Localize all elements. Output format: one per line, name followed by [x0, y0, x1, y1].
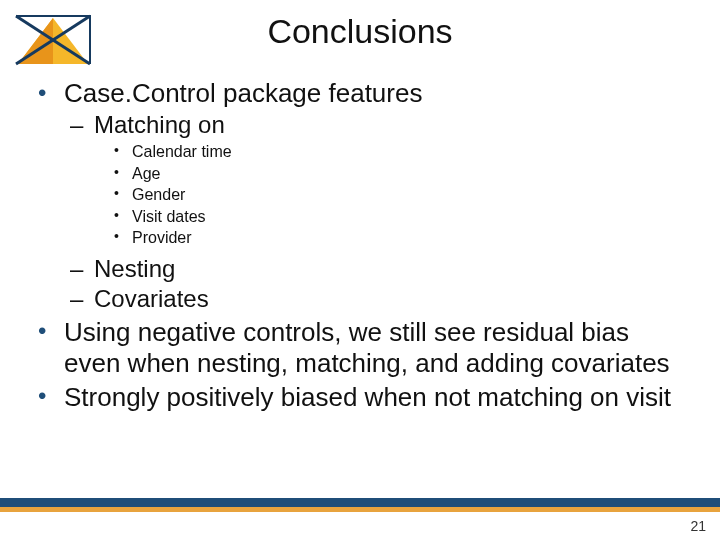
bullet-match-item: Age: [114, 163, 686, 185]
footer-bar-orange: [0, 507, 720, 512]
bullet-features: Case.Control package features Matching o…: [38, 78, 686, 313]
bullet-text: Calendar time: [132, 143, 232, 160]
bullet-text: Gender: [132, 186, 185, 203]
bullet-match-item: Visit dates: [114, 206, 686, 228]
bullet-text: Age: [132, 165, 160, 182]
bullet-text: Using negative controls, we still see re…: [64, 317, 670, 378]
slide-title: Conclusions: [0, 12, 720, 51]
bullet-match-item: Gender: [114, 184, 686, 206]
slide-content: Case.Control package features Matching o…: [38, 78, 686, 417]
bullet-match-item: Calendar time: [114, 141, 686, 163]
bullet-nesting: Nesting: [70, 255, 686, 283]
bullet-list-l1: Case.Control package features Matching o…: [38, 78, 686, 413]
bullet-text: Covariates: [94, 285, 209, 312]
bullet-text: Matching on: [94, 111, 225, 138]
footer-band: [0, 498, 720, 512]
bullet-text: Strongly positively biased when not matc…: [64, 382, 671, 412]
bullet-text: Visit dates: [132, 208, 206, 225]
footer-bar-blue: [0, 498, 720, 507]
slide: Conclusions Case.Control package feature…: [0, 0, 720, 540]
bullet-strongbias: Strongly positively biased when not matc…: [38, 382, 686, 413]
bullet-matching: Matching on Calendar time Age Gender Vis…: [70, 111, 686, 249]
bullet-list-l2: Matching on Calendar time Age Gender Vis…: [70, 111, 686, 313]
page-number: 21: [690, 518, 706, 534]
bullet-match-item: Provider: [114, 227, 686, 249]
bullet-negcontrols: Using negative controls, we still see re…: [38, 317, 686, 378]
bullet-covariates: Covariates: [70, 285, 686, 313]
bullet-text: Nesting: [94, 255, 175, 282]
bullet-text: Case.Control package features: [64, 78, 422, 108]
bullet-list-l3: Calendar time Age Gender Visit dates Pro…: [114, 141, 686, 249]
bullet-text: Provider: [132, 229, 192, 246]
